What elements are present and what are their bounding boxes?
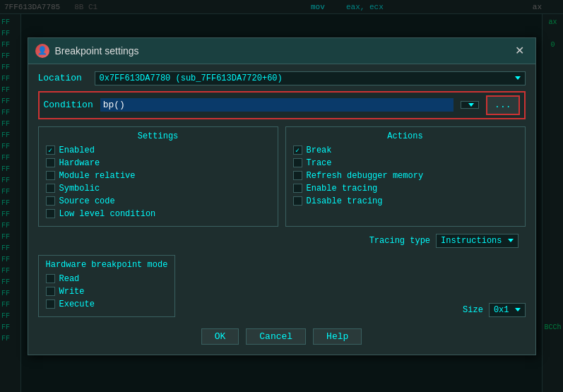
- trace-label: Trace: [307, 158, 332, 168]
- dialog-title: Breakpoint settings: [55, 45, 139, 57]
- size-label: Size: [463, 305, 483, 315]
- tracing-type-row: Tracing type Instructions: [38, 234, 526, 248]
- actions-disable-tracing-row: Disable tracing: [293, 196, 518, 206]
- hardware-breakpoint-box: Hardware breakpoint mode Read Write Exec…: [38, 255, 176, 317]
- hw-write-label: Write: [59, 287, 85, 297]
- condition-dots-button[interactable]: ...: [486, 95, 519, 115]
- hardware-checkbox[interactable]: [46, 158, 55, 167]
- enabled-checkbox[interactable]: [46, 145, 55, 155]
- trace-checkbox[interactable]: [293, 158, 302, 167]
- actions-refresh-row: Refresh debugger memory: [293, 171, 518, 181]
- actions-enable-tracing-row: Enable tracing: [293, 184, 518, 194]
- enable-tracing-label: Enable tracing: [307, 184, 378, 194]
- actions-trace-row: Trace: [293, 158, 518, 168]
- enable-tracing-checkbox[interactable]: [293, 184, 302, 193]
- size-value: 0x1: [494, 305, 509, 315]
- settings-symbolic-row: Symbolic: [46, 184, 271, 194]
- condition-label: Condition: [44, 100, 93, 110]
- tracing-type-value: Instructions: [441, 236, 502, 246]
- hw-read-label: Read: [59, 274, 80, 284]
- condition-row: Condition ...: [38, 91, 526, 119]
- condition-input[interactable]: [103, 100, 451, 110]
- low-level-label: Low level condition: [59, 209, 156, 219]
- symbolic-checkbox[interactable]: [46, 184, 55, 193]
- title-left: 👤 Breakpoint settings: [35, 44, 139, 58]
- dialog-buttons: OK Cancel Help: [38, 324, 526, 348]
- settings-actions-columns: Settings Enabled Hardware Module relativ…: [38, 126, 526, 227]
- hw-title: Hardware breakpoint mode: [46, 260, 168, 270]
- refresh-memory-label: Refresh debugger memory: [307, 171, 424, 181]
- disable-tracing-label: Disable tracing: [307, 196, 383, 206]
- location-dropdown-arrow: [515, 76, 521, 80]
- break-checkbox[interactable]: [293, 145, 302, 155]
- actions-break-row: Break: [293, 145, 518, 155]
- condition-dropdown[interactable]: [461, 101, 479, 109]
- actions-title: Actions: [293, 131, 518, 141]
- settings-hardware-row: Hardware: [46, 158, 271, 168]
- tracing-type-arrow-icon: [508, 239, 514, 242]
- refresh-memory-checkbox[interactable]: [293, 171, 302, 180]
- hw-write-checkbox[interactable]: [46, 287, 55, 296]
- symbolic-label: Symbolic: [59, 184, 100, 194]
- hw-execute-row: Execute: [46, 299, 168, 309]
- tracing-type-combo[interactable]: Instructions: [436, 234, 518, 248]
- hw-execute-checkbox[interactable]: [46, 299, 55, 309]
- dialog-overlay: 👤 Breakpoint settings ✕ Location 0x7FF61…: [0, 0, 563, 392]
- breakpoint-settings-dialog: 👤 Breakpoint settings ✕ Location 0x7FF61…: [28, 37, 536, 355]
- condition-arrow-icon: [468, 103, 474, 107]
- cancel-button[interactable]: Cancel: [246, 328, 306, 345]
- size-combo[interactable]: 0x1: [489, 303, 526, 317]
- settings-lowlevel-row: Low level condition: [46, 209, 271, 219]
- size-arrow-icon: [515, 308, 521, 311]
- settings-title: Settings: [46, 131, 271, 141]
- hardware-label: Hardware: [59, 158, 100, 168]
- condition-input-wrap[interactable]: [100, 98, 454, 112]
- enabled-label: Enabled: [59, 145, 95, 155]
- actions-box: Actions Break Trace Refresh debugger mem…: [285, 126, 526, 227]
- hw-read-checkbox[interactable]: [46, 274, 55, 283]
- size-row: Size 0x1: [463, 268, 525, 317]
- settings-enabled-row: Enabled: [46, 145, 271, 155]
- hw-execute-label: Execute: [59, 299, 95, 309]
- break-label: Break: [307, 145, 332, 155]
- tracing-type-label: Tracing type: [369, 236, 430, 246]
- hw-write-row: Write: [46, 287, 168, 297]
- dialog-icon: 👤: [35, 44, 49, 58]
- location-row: Location 0x7FF613DA7780 (sub_7FF613DA772…: [38, 71, 526, 85]
- dialog-titlebar: 👤 Breakpoint settings ✕: [28, 38, 535, 64]
- source-code-label: Source code: [59, 196, 115, 206]
- location-label: Location: [38, 73, 88, 83]
- ok-button[interactable]: OK: [201, 328, 239, 345]
- hw-read-row: Read: [46, 274, 168, 284]
- help-button[interactable]: Help: [313, 328, 362, 345]
- location-combo[interactable]: 0x7FF613DA7780 (sub_7FF613DA7720+60): [95, 71, 526, 85]
- low-level-checkbox[interactable]: [46, 209, 55, 218]
- settings-box: Settings Enabled Hardware Module relativ…: [38, 126, 278, 227]
- bottom-section: Hardware breakpoint mode Read Write Exec…: [38, 255, 526, 317]
- source-code-checkbox[interactable]: [46, 196, 55, 206]
- settings-module-row: Module relative: [46, 171, 271, 181]
- dialog-body: Location 0x7FF613DA7780 (sub_7FF613DA772…: [28, 64, 535, 355]
- disable-tracing-checkbox[interactable]: [293, 196, 302, 206]
- settings-source-row: Source code: [46, 196, 271, 206]
- close-button[interactable]: ✕: [511, 42, 528, 59]
- module-relative-label: Module relative: [59, 171, 136, 181]
- module-relative-checkbox[interactable]: [46, 171, 55, 180]
- location-value: 0x7FF613DA7780 (sub_7FF613DA7720+60): [100, 73, 512, 83]
